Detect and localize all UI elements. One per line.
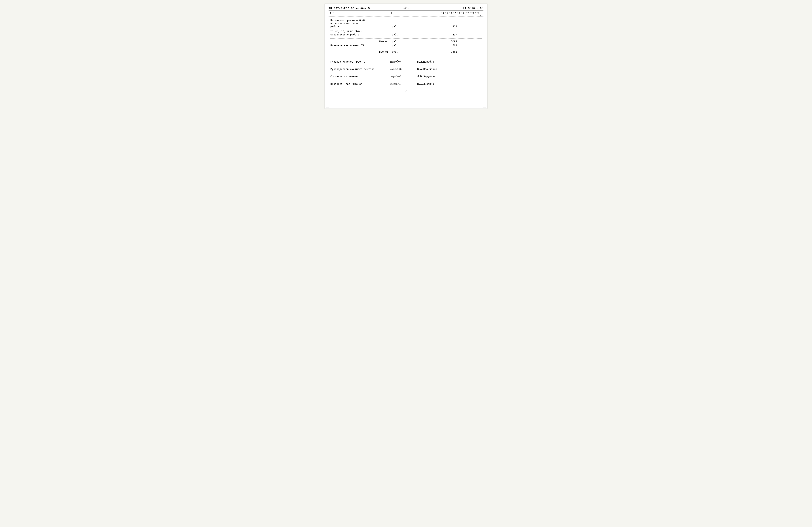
document-title: ТП 907-2-262.86 альбом 5 [329,7,370,10]
vsego-label: Всего: [330,50,392,53]
col-11: II [471,12,475,15]
sig-row-chief-engineer: Главный инженер проекта Шарубин В.Л.Шару… [330,59,482,64]
row-overhead-construction-label: То же, I6,5% на обще- [330,30,392,33]
sig-image-chief-engineer: Шарубин [379,59,412,64]
col-spacer1: _ _ _ _ _ _ _ _ _ [342,12,389,15]
planovye-value: 568 [446,44,457,47]
sig-image-checker: Лысенко [379,80,412,86]
sig-role-chief-engineer: Главный инженер проекта [330,60,377,63]
col-spacer2: _ _ _ _ _ _ _ _ [393,12,440,15]
vsego-unit: руб. [392,50,406,53]
planovye-label: Плановые накопления 8% [330,44,392,47]
itogo-value: 7094 [446,40,457,43]
sig-row-composer: Составил ст.инженер Зарубина Л.В.Зарубин… [330,73,482,78]
col-4: 4 [442,12,445,15]
content-area: Накладные расходы 8,6% на металломонтажн… [329,19,483,53]
sig-name-composer: Л.В.Зарубина [417,75,435,78]
corner-bracket-tl [326,5,329,7]
col-2: _ _ [334,12,340,15]
totals-section: Итого: руб. 7094 Плановые накопления 8% … [330,40,482,47]
sig-row-checker: Проверил вед.инженер Лысенко В.А.Лысенко [330,80,482,86]
col-3: 3 [389,12,393,15]
slash-mark: / [329,90,483,92]
sig-name-budget-head: В.А.Иванченко [417,68,437,71]
itogo-unit: руб. [392,40,406,43]
vsego-value: 7662 [446,50,457,53]
col-5: 5 [446,12,449,15]
sig-image-budget-head: Иванченко [379,66,412,71]
sig-image-composer: Зарубина [379,73,412,78]
row-overhead-metal-line1: Накладные расходы 8,6% [330,19,392,22]
column-header-row: I ! _ _ ! _ _ _ _ _ _ _ _ _ 3 _ _ _ _ _ … [329,10,483,16]
sig-role-checker: Проверил вед.инженер [330,83,377,86]
row-overhead-metal-label: Накладные расходы 8,6% на металломонтажн… [330,19,392,25]
itogo-label: Итого: [330,40,392,43]
document-page: ТП 907-2-262.86 альбом 5 -31- КФ 9516 - … [324,4,488,108]
row-overhead-construction-line2: строительные работы [330,33,392,36]
col-10: IO [466,12,470,15]
col-7: 7 [454,12,456,15]
col-sep-1: ! [333,12,334,15]
sig-role-composer: Составил ст.инженер [330,75,377,78]
page-number: -31- [403,7,409,10]
corner-bracket-tr [483,5,486,7]
row-overhead-metal: Накладные расходы 8,6% на металломонтажн… [330,19,482,28]
sig-role-budget-head: Руководитель сметного сектора [330,68,377,71]
corner-bracket-bl [326,105,329,107]
sig-name-checker: В.А.Лысенко [417,83,434,86]
col-8: 8 [458,12,461,15]
row-overhead-construction-line1: То же, I6,5% на обще- [330,30,392,33]
planovye-unit: руб. [392,44,406,47]
sig-row-budget-head: Руководитель сметного сектора Иванченко … [330,66,482,71]
col-sep-2: ! [340,12,342,15]
col-6: 6 [450,12,453,15]
col-12: I2 [476,12,480,15]
vsego-row: Всего: руб. 7662 [330,50,482,53]
kf-code: КФ 9516 - 03 [463,7,483,10]
row-overhead-metal-unit: руб. [392,25,406,28]
header: ТП 907-2-262.86 альбом 5 -31- КФ 9516 - … [329,7,483,10]
col-9: 9 [462,12,465,15]
col-sep-3: ! [440,12,442,15]
row-overhead-construction-value: 4I7 [446,33,457,36]
row-overhead-metal-line2: на металломонтажные [330,22,392,25]
sig-name-chief-engineer: В.Л.Шарубин [417,60,434,63]
signatures-section: Главный инженер проекта Шарубин В.Л.Шару… [329,59,483,86]
divider-2 [330,49,482,49]
col-trailing: _ _ [480,11,483,16]
corner-bracket-br [483,105,486,107]
col-1: I [329,12,333,15]
row-overhead-construction: То же, I6,5% на обще- строительные работ… [330,30,482,36]
row-overhead-metal-value: 328 [446,25,464,28]
row-overhead-construction-unit: руб. [392,33,406,36]
row-overhead-metal-line3: работы [330,25,392,28]
